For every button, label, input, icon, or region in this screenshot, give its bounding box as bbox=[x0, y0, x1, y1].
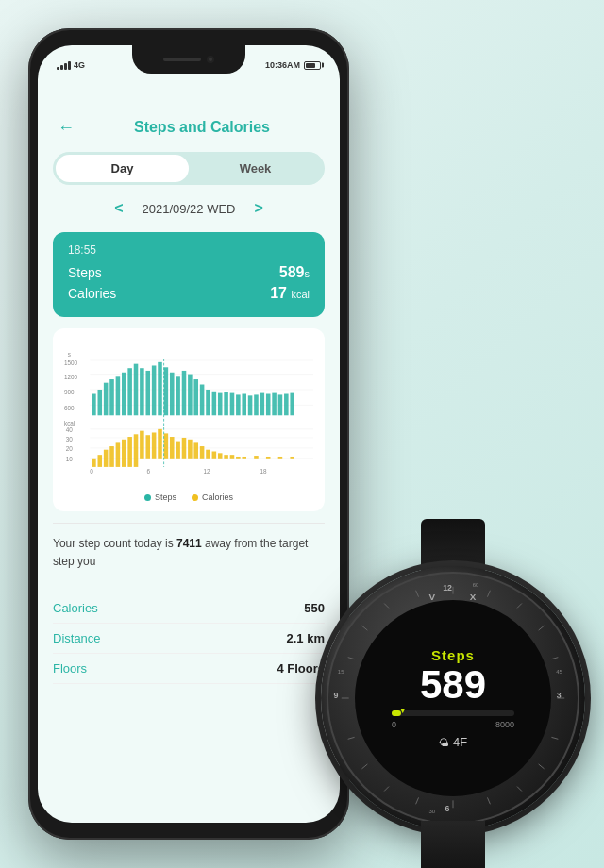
app-content: ← Steps and Calories Day Week < 2021/09/… bbox=[38, 74, 340, 823]
stats-list: Calories 550 Distance 2.1 km Floors 4 Fl… bbox=[53, 593, 325, 684]
svg-rect-57 bbox=[122, 440, 126, 467]
steps-value: 589s bbox=[279, 264, 310, 281]
svg-rect-19 bbox=[152, 365, 157, 415]
signal-bar-2 bbox=[60, 65, 63, 70]
signal-bar-4 bbox=[68, 61, 71, 70]
weather-icon: 🌤 bbox=[439, 737, 449, 748]
info-text: Your step count today is 7411 away from … bbox=[53, 535, 325, 571]
svg-rect-81 bbox=[290, 457, 294, 459]
calories-label: Calories bbox=[68, 286, 116, 301]
svg-rect-21 bbox=[164, 367, 169, 415]
watch-progress-arrow: ▼ bbox=[399, 707, 407, 715]
svg-rect-54 bbox=[104, 450, 109, 467]
notch-speaker bbox=[163, 58, 201, 61]
watch-range: 0 8000 bbox=[392, 720, 514, 729]
stats-time: 18:55 bbox=[68, 243, 310, 257]
svg-rect-69 bbox=[193, 442, 198, 458]
svg-rect-16 bbox=[134, 364, 139, 416]
svg-text:40: 40 bbox=[66, 426, 74, 433]
signal-bar-1 bbox=[57, 67, 59, 70]
svg-rect-26 bbox=[193, 379, 198, 415]
prev-date-button[interactable]: < bbox=[114, 200, 123, 217]
svg-rect-31 bbox=[224, 392, 228, 416]
svg-rect-39 bbox=[272, 393, 277, 416]
svg-text:10: 10 bbox=[66, 456, 74, 462]
svg-rect-70 bbox=[200, 446, 205, 459]
svg-rect-63 bbox=[158, 429, 162, 459]
network-type: 4G bbox=[74, 60, 85, 70]
svg-rect-59 bbox=[134, 434, 139, 467]
svg-rect-22 bbox=[170, 373, 175, 416]
svg-text:12: 12 bbox=[443, 583, 452, 593]
svg-text:20: 20 bbox=[66, 446, 74, 453]
notch-camera bbox=[207, 56, 214, 63]
svg-text:600: 600 bbox=[64, 405, 75, 411]
svg-line-95 bbox=[551, 658, 558, 659]
table-row: Calories 550 bbox=[53, 593, 325, 624]
tab-day[interactable]: Day bbox=[56, 155, 189, 182]
current-date: 2021/09/22 WED bbox=[142, 202, 235, 216]
floors-row-value: 4 Floors bbox=[277, 661, 325, 676]
svg-rect-52 bbox=[92, 459, 96, 467]
table-row: Distance 2.1 km bbox=[53, 624, 325, 654]
watch-progress-bar: ▼ bbox=[392, 710, 514, 716]
watch-outer: 12 3 6 9 bbox=[321, 566, 585, 830]
watch-weather: 🌤 4F bbox=[439, 735, 467, 749]
step-count-highlight: 7411 bbox=[176, 537, 202, 550]
svg-line-97 bbox=[551, 737, 558, 739]
range-max: 8000 bbox=[495, 720, 514, 729]
svg-line-92 bbox=[487, 591, 490, 597]
chart-svg: s 1500 1200 900 600 bbox=[64, 338, 313, 489]
tab-week[interactable]: Week bbox=[189, 155, 322, 182]
info-prefix: Your step count today is bbox=[53, 537, 176, 550]
app-header: ← Steps and Calories bbox=[38, 107, 340, 152]
svg-rect-10 bbox=[98, 390, 103, 415]
signal-bar-3 bbox=[64, 63, 67, 70]
distance-row-label: Distance bbox=[53, 631, 101, 645]
watch-temperature: 4F bbox=[453, 735, 467, 749]
svg-rect-9 bbox=[92, 394, 96, 416]
back-button[interactable]: ← bbox=[53, 114, 79, 141]
distance-row-value: 2.1 km bbox=[287, 631, 325, 645]
svg-line-109 bbox=[384, 604, 389, 609]
svg-rect-17 bbox=[140, 368, 144, 415]
svg-rect-14 bbox=[122, 373, 126, 416]
calories-legend-dot bbox=[192, 494, 198, 501]
tabs-container: Day Week bbox=[53, 152, 325, 185]
svg-text:3: 3 bbox=[557, 691, 562, 700]
svg-text:V: V bbox=[428, 592, 435, 602]
status-right: 10:36AM bbox=[265, 60, 321, 70]
next-date-button[interactable]: > bbox=[255, 200, 263, 217]
svg-line-93 bbox=[517, 604, 522, 609]
svg-rect-12 bbox=[109, 379, 114, 415]
legend-calories: Calories bbox=[192, 492, 233, 502]
time-display: 10:36AM bbox=[265, 60, 300, 70]
watch-steps-value: 589 bbox=[420, 665, 486, 705]
info-section: Your step count today is 7411 away from … bbox=[53, 523, 325, 582]
chart-legend: Steps Calories bbox=[64, 492, 313, 502]
svg-rect-27 bbox=[200, 385, 205, 416]
svg-line-103 bbox=[384, 787, 389, 792]
steps-row: Steps 589s bbox=[68, 264, 310, 281]
svg-rect-15 bbox=[127, 368, 132, 415]
svg-rect-76 bbox=[236, 457, 241, 459]
svg-line-100 bbox=[487, 797, 490, 804]
svg-rect-53 bbox=[98, 455, 103, 467]
svg-rect-73 bbox=[218, 453, 223, 458]
svg-rect-58 bbox=[127, 437, 132, 467]
legend-calories-label: Calories bbox=[202, 492, 233, 502]
svg-rect-74 bbox=[224, 455, 228, 459]
svg-rect-23 bbox=[176, 376, 180, 415]
svg-text:1200: 1200 bbox=[64, 374, 78, 380]
svg-rect-20 bbox=[158, 362, 162, 415]
svg-rect-28 bbox=[206, 390, 210, 415]
svg-rect-72 bbox=[212, 452, 217, 459]
svg-text:6: 6 bbox=[146, 468, 150, 475]
svg-line-105 bbox=[348, 737, 355, 739]
watch-bezel: 12 3 6 9 bbox=[327, 572, 579, 825]
svg-rect-30 bbox=[218, 393, 223, 416]
svg-text:18: 18 bbox=[260, 468, 268, 475]
svg-rect-25 bbox=[188, 375, 193, 416]
svg-text:9: 9 bbox=[333, 691, 338, 700]
watch-steps-label: Steps bbox=[431, 647, 475, 663]
